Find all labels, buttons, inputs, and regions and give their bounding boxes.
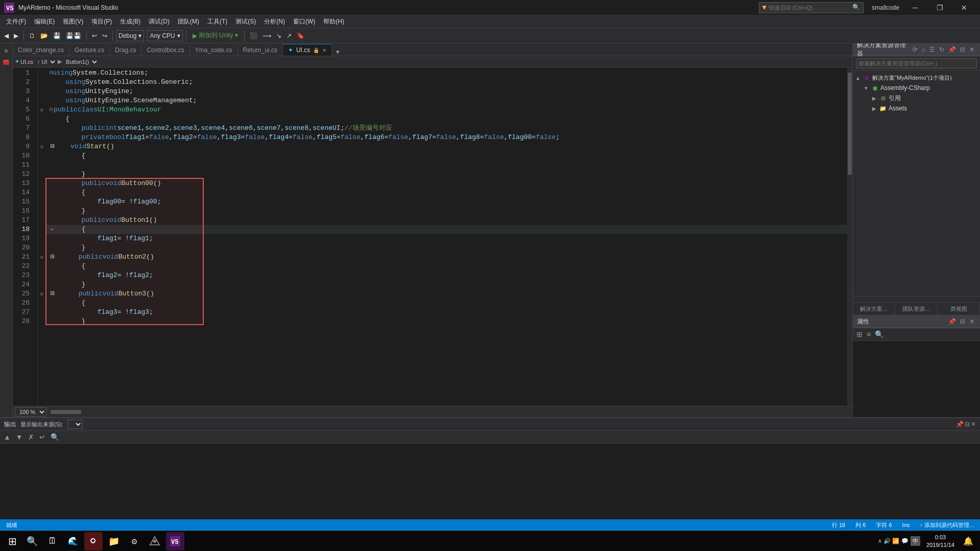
breadcrumb-namespace-select[interactable]: ↑ UI <box>34 58 57 65</box>
code-line-19[interactable]: flag1 = !flag1; <box>45 234 847 243</box>
quick-launch-input[interactable] <box>769 5 850 11</box>
tree-references[interactable]: ▶ ⊞ 引用 <box>853 93 980 103</box>
tab-color-change[interactable]: Color_change.cs <box>13 44 69 56</box>
menu-tools[interactable]: 工具(T) <box>203 15 231 28</box>
solution-search-input[interactable] <box>856 58 977 68</box>
sol-tab-class[interactable]: 类视图 <box>938 303 980 315</box>
debug-mode-dropdown[interactable]: Debug ▾ <box>116 30 144 41</box>
toolbar-step-in[interactable]: ↘ <box>274 30 283 42</box>
code-line-9[interactable]: ⊟ void Start() <box>45 142 847 151</box>
sidebar-server-explorer[interactable]: ⚙ <box>1 45 11 56</box>
menu-debug[interactable]: 调试(D) <box>145 15 174 28</box>
prop-list-btn[interactable]: ≡ <box>865 330 872 338</box>
prop-pin-btn[interactable]: 📌 <box>947 318 958 325</box>
toolbar-breakpoint[interactable]: ⬛ <box>248 30 259 42</box>
menu-team[interactable]: 团队(M) <box>174 15 203 28</box>
output-source-select[interactable] <box>67 420 83 429</box>
tab-controlbox[interactable]: Controlbox.cs <box>141 44 189 56</box>
tree-solution-root[interactable]: ▲ ▣ 解决方案"MyARdemo"(1个项目) <box>853 73 980 83</box>
breadcrumb-method-select[interactable]: Button1() <box>63 58 99 65</box>
code-line-7[interactable]: public int scene1, scene2, scene3, scene… <box>45 124 847 133</box>
taskbar-unity[interactable] <box>146 532 164 550</box>
quick-launch[interactable]: ▼ 🔍 <box>759 2 864 13</box>
output-go-next[interactable]: ▼ <box>14 433 25 441</box>
restore-button[interactable]: ❐ <box>928 0 951 15</box>
toolbar-back[interactable]: ◀ <box>2 30 11 42</box>
output-word-wrap[interactable]: ↵ <box>38 433 47 441</box>
code-line-25[interactable]: ⊟ public void Button3() <box>45 289 847 299</box>
toolbar-redo[interactable]: ↪ <box>100 30 109 42</box>
tab-drag[interactable]: Drag.cs <box>110 44 141 56</box>
tab-yma-code[interactable]: Yma_code.cs <box>190 44 238 56</box>
code-line-10[interactable]: { <box>45 151 847 160</box>
sol-tab-team[interactable]: 团队资源... <box>895 303 938 315</box>
menu-project[interactable]: 项目(P) <box>87 15 116 28</box>
output-pin-btn[interactable]: 📌 <box>956 421 964 428</box>
taskbar-notification-btn[interactable]: 🔔 <box>961 534 976 549</box>
code-line-20[interactable]: } <box>45 243 847 252</box>
output-clear[interactable]: ✗ <box>27 433 36 441</box>
se-close-btn[interactable]: ✕ <box>968 46 976 53</box>
prop-search-btn[interactable]: 🔍 <box>873 330 885 338</box>
fold-25[interactable]: ⊟ <box>38 289 45 299</box>
close-button[interactable]: ✕ <box>952 0 976 15</box>
se-home-btn[interactable]: ⌂ <box>920 46 927 53</box>
code-line-24[interactable]: } <box>45 280 847 289</box>
code-line-5[interactable]: ⊟ public class UI : MonoBehaviour <box>45 105 847 114</box>
code-line-16[interactable]: } <box>45 206 847 216</box>
se-filter-btn[interactable]: ☰ <box>928 46 937 53</box>
code-line-1[interactable]: ⊟ using System.Collections; <box>45 68 847 78</box>
fold-21[interactable]: ⊟ <box>38 252 45 262</box>
toolbar-step-over[interactable]: ⟶ <box>260 30 273 42</box>
tab-overflow-button[interactable]: ▾ <box>332 48 344 56</box>
code-line-3[interactable]: using UnityEngine; <box>45 87 847 96</box>
status-add-source[interactable]: ↑ 添加到源代码管理... <box>918 521 976 529</box>
taskbar-clock[interactable]: 0:03 2019/11/14 <box>922 534 959 548</box>
taskbar-start-button[interactable]: ⊞ <box>4 533 21 549</box>
output-close-btn[interactable]: ✕ <box>971 421 976 428</box>
toolbar-undo[interactable]: ↩ <box>90 30 99 42</box>
status-ready[interactable]: 就绪 <box>4 521 19 529</box>
zoom-select[interactable]: 100 % <box>15 407 46 417</box>
scrollbar-thumb[interactable] <box>848 73 852 175</box>
toolbar-save-all[interactable]: 💾💾 <box>64 30 83 42</box>
code-line-2[interactable]: using System.Collections.Generic; <box>45 78 847 87</box>
toolbar-bookmark[interactable]: 🔖 <box>295 30 306 42</box>
toolbar-new[interactable]: 🗋 <box>27 30 37 42</box>
taskbar-task-view[interactable]: 🗓 <box>43 532 62 550</box>
toolbar-step-out[interactable]: ↗ <box>284 30 294 42</box>
code-line-12[interactable]: } <box>45 170 847 179</box>
code-line-17[interactable]: public void Button1() <box>45 216 847 225</box>
tab-gesture[interactable]: Gesture.cs <box>69 44 110 56</box>
editor-vertical-scrollbar[interactable] <box>847 67 852 406</box>
output-dock-btn[interactable]: ⊟ <box>965 421 970 428</box>
sol-tab-solution[interactable]: 解决方案... <box>853 303 895 315</box>
tab-return-ui[interactable]: Return_ui.cs <box>238 44 283 56</box>
se-sync-btn[interactable]: ⟳ <box>911 46 919 53</box>
menu-help[interactable]: 帮助(H) <box>319 15 348 28</box>
code-line-13[interactable]: public void Button00() <box>45 179 847 188</box>
horizontal-scrollbar-thumb[interactable] <box>51 410 81 414</box>
code-line-18[interactable]: ✏ { <box>45 225 847 234</box>
code-line-22[interactable]: { <box>45 262 847 271</box>
taskbar-search[interactable]: 🔍 <box>23 532 41 550</box>
code-line-4[interactable]: using UnityEngine.SceneManagement; <box>45 96 847 105</box>
menu-analyze[interactable]: 分析(N) <box>260 15 289 28</box>
taskbar-app-360[interactable]: ⭘ <box>84 532 103 550</box>
prop-dock-btn[interactable]: ⊟ <box>959 318 967 325</box>
fold-5[interactable]: ⊟ <box>38 105 45 114</box>
status-col[interactable]: 列 6 <box>853 521 868 529</box>
menu-file[interactable]: 文件(F) <box>2 15 30 28</box>
code-content[interactable]: ⊟ using System.Collections; using System… <box>45 67 847 406</box>
se-refresh-btn[interactable]: ↻ <box>938 46 946 53</box>
code-line-6[interactable]: { <box>45 114 847 124</box>
code-line-14[interactable]: { <box>45 188 847 197</box>
toolbar-open[interactable]: 📂 <box>38 30 50 42</box>
attach-unity-button[interactable]: ▶ 附加到 Unity ▾ <box>189 31 241 40</box>
prop-grid-btn[interactable]: ⊞ <box>855 330 864 338</box>
fold-9[interactable]: ⊟ <box>38 142 45 151</box>
status-row[interactable]: 行 18 <box>830 521 847 529</box>
code-line-11[interactable] <box>45 160 847 170</box>
toolbar-save[interactable]: 💾 <box>51 30 63 42</box>
menu-test[interactable]: 测试(S) <box>231 15 260 28</box>
